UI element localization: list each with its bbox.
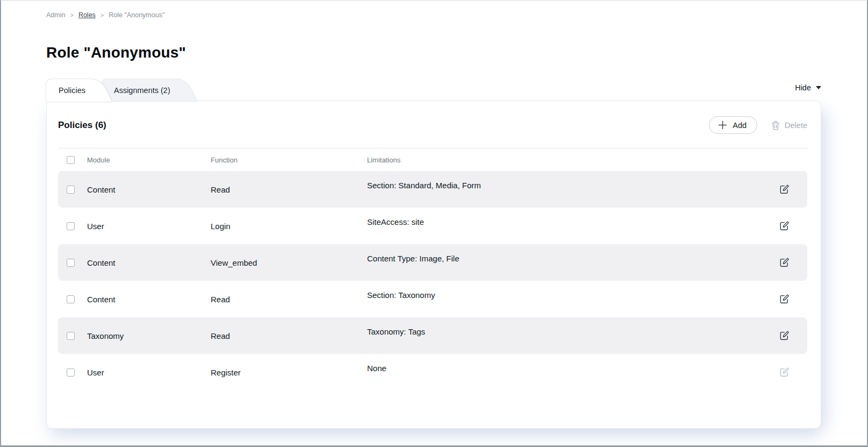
cell-module: Content [87, 258, 211, 267]
select-all-checkbox[interactable] [67, 156, 75, 164]
cell-function: Read [211, 185, 367, 194]
cell-function: Register [211, 368, 367, 377]
edit-policy-button[interactable] [778, 329, 791, 342]
breadcrumb-item-roles[interactable]: Roles [78, 11, 96, 19]
cell-function: Read [211, 331, 367, 340]
cell-limitations: Section: Standard, Media, Form [367, 181, 761, 190]
column-header-module: Module [87, 156, 211, 164]
table-row: User Register None [58, 354, 807, 391]
edit-pencil-square-icon [779, 257, 790, 268]
edit-policy-button[interactable] [778, 256, 791, 269]
cell-function: Read [211, 295, 367, 304]
cell-function: View_embed [211, 258, 367, 267]
hide-toggle[interactable]: Hide [795, 83, 821, 92]
table-row: Content Read Section: Taxonomy [58, 281, 807, 317]
edit-pencil-square-icon [779, 367, 790, 378]
edit-policy-button[interactable] [778, 293, 791, 306]
cell-module: Content [87, 295, 211, 304]
cell-limitations: Content Type: Image, File [367, 254, 761, 263]
column-header-function: Function [211, 156, 367, 164]
tab-policies[interactable]: Policies [46, 79, 92, 102]
table-row: Content View_embed Content Type: Image, … [58, 244, 807, 281]
row-checkbox[interactable] [67, 332, 75, 340]
edit-pencil-square-icon [779, 221, 790, 231]
edit-pencil-square-icon [779, 330, 790, 341]
add-button-label: Add [733, 121, 747, 130]
edit-pencil-square-icon [779, 184, 790, 195]
panel-actions: Add Delete [709, 116, 807, 134]
row-checkbox[interactable] [67, 368, 75, 377]
chevron-down-icon [816, 86, 821, 89]
row-checkbox[interactable] [67, 222, 75, 230]
breadcrumb-separator: > [70, 12, 73, 18]
policies-panel: Policies (6) Add [46, 101, 821, 429]
cell-limitations: Section: Taxonomy [367, 290, 761, 300]
row-checkbox[interactable] [67, 295, 75, 303]
tab-label: Policies [59, 86, 85, 95]
row-checkbox[interactable] [67, 186, 75, 194]
edit-policy-button[interactable] [778, 366, 791, 379]
table-row: User Login SiteAccess: site [58, 208, 807, 244]
cell-limitations: None [367, 364, 761, 373]
table-row: Taxonomy Read Taxonomy: Tags [58, 317, 807, 354]
cell-limitations: SiteAccess: site [367, 217, 761, 226]
page-title: Role "Anonymous" [46, 44, 867, 61]
delete-button-label: Delete [785, 121, 807, 130]
tab-label: Assignments (2) [114, 86, 170, 95]
hide-toggle-label: Hide [795, 83, 811, 92]
edit-pencil-square-icon [779, 294, 790, 304]
delete-policy-button[interactable]: Delete [771, 120, 807, 130]
breadcrumb: Admin > Roles > Role "Anonymous" [1, 1, 867, 19]
cell-module: Taxonomy [87, 331, 211, 340]
panel-header: Policies (6) Add [58, 101, 807, 148]
panel-title: Policies (6) [58, 120, 106, 131]
column-header-limitations: Limitations [367, 156, 761, 164]
cell-module: User [87, 368, 211, 377]
cell-module: User [87, 222, 211, 231]
table-header: Module Function Limitations [58, 148, 807, 171]
trash-icon [771, 120, 780, 130]
tab-bar: Policies Assignments (2) Hide [46, 79, 821, 101]
edit-policy-button[interactable] [778, 183, 791, 196]
table-body: Content Read Section: Standard, Media, F… [58, 171, 807, 391]
cell-function: Login [211, 222, 367, 231]
tab-assignments[interactable]: Assignments (2) [102, 79, 177, 101]
breadcrumb-item-admin: Admin [46, 11, 65, 19]
row-checkbox[interactable] [67, 259, 75, 267]
cell-module: Content [87, 185, 211, 194]
edit-policy-button[interactable] [778, 219, 791, 232]
breadcrumb-separator: > [101, 12, 104, 18]
cell-limitations: Taxonomy: Tags [367, 327, 761, 336]
plus-icon [718, 120, 727, 130]
breadcrumb-item-current: Role "Anonymous" [109, 11, 164, 19]
table-row: Content Read Section: Standard, Media, F… [58, 171, 807, 208]
admin-page: { "breadcrumb": { "separator": ">", "ite… [0, 0, 868, 447]
add-policy-button[interactable]: Add [709, 116, 757, 134]
